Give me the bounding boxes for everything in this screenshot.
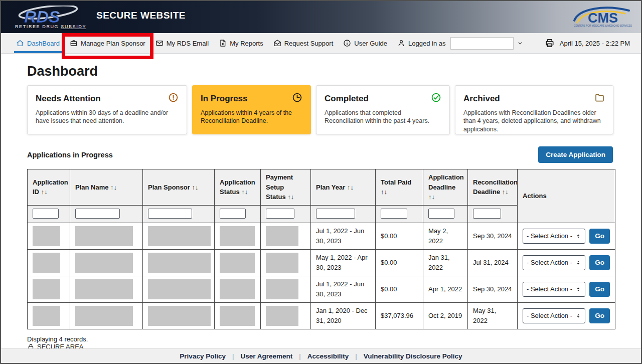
mail-open-icon <box>273 39 281 47</box>
col-header-application-deadline[interactable]: Application Deadline ↑↓ <box>423 169 468 206</box>
sort-icon[interactable]: ↑↓ <box>428 193 435 201</box>
action-select[interactable]: - Select Action - <box>523 255 585 270</box>
filter-input-application-id[interactable] <box>33 209 59 219</box>
filter-input-reconciliation-deadline[interactable] <box>473 209 501 219</box>
footer-link-vulnerability-disclosure-policy[interactable]: Vulnerability Disclosure Policy <box>364 352 462 360</box>
go-button[interactable]: Go <box>589 229 610 244</box>
redacted-cell-plan-name <box>75 279 133 299</box>
rds-logo: RDS Retiree Drug Subsidy <box>15 6 81 29</box>
card-needs-attention[interactable]: Needs AttentionApplications within 30 da… <box>27 85 187 134</box>
footer-link-accessibility[interactable]: Accessibility <box>307 352 349 360</box>
card-in-progress[interactable]: In ProgressApplications within 4 years o… <box>192 85 311 134</box>
rds-tagline: Retiree Drug Subsidy <box>15 24 81 29</box>
col-header-actions: Actions <box>518 169 615 223</box>
go-button[interactable]: Go <box>589 255 610 270</box>
redacted-cell-application-status <box>220 253 255 273</box>
go-button[interactable]: Go <box>589 308 610 323</box>
sort-icon[interactable]: ↑↓ <box>287 193 294 201</box>
filter-input-payment-setup-status[interactable] <box>266 209 294 219</box>
card-description: Applications within 4 years of the Recon… <box>201 109 302 125</box>
col-header-application-id[interactable]: Application ID ↑↓ <box>28 169 70 206</box>
filter-input-plan-year[interactable] <box>316 209 355 219</box>
sort-icon[interactable]: ↑↓ <box>241 188 248 196</box>
printer-icon[interactable] <box>545 38 555 48</box>
col-header-reconciliation-deadline[interactable]: Reconciliation Deadline ↑↓ <box>468 169 518 206</box>
footer-separator: | <box>232 352 234 360</box>
card-archived[interactable]: ArchivedApplications with Reconciliation… <box>455 85 613 134</box>
logged-in-user-redacted <box>450 37 514 50</box>
nav-item-label: My RDS Email <box>167 40 209 47</box>
create-application-button[interactable]: Create Application <box>538 146 613 163</box>
sort-icon[interactable]: ↑↓ <box>192 184 198 191</box>
card-title: Archived <box>463 94 500 104</box>
redacted-cell-plan-name <box>75 226 133 246</box>
card-description: Applications that completed Reconciliati… <box>325 109 441 125</box>
svg-text:CMS: CMS <box>588 11 618 26</box>
col-header-total-paid[interactable]: Total Paid ↑↓ <box>376 169 423 206</box>
redacted-cell-application-status <box>220 279 255 299</box>
table-section-title: Applications in Progress <box>27 151 113 159</box>
nav-item-request-support[interactable]: Request Support <box>272 33 335 53</box>
action-select[interactable]: - Select Action - <box>523 229 585 244</box>
home-icon <box>16 39 24 47</box>
redacted-cell-application-id <box>33 306 60 326</box>
card-completed[interactable]: CompletedApplications that completed Rec… <box>316 85 450 134</box>
site-header: RDS Retiree Drug Subsidy SECURE WEBSITE … <box>1 1 641 33</box>
card-title: Completed <box>325 94 369 104</box>
action-select[interactable]: - Select Action - <box>523 282 585 297</box>
redacted-cell-application-status <box>220 306 255 326</box>
nav-item-label: My Reports <box>230 40 263 47</box>
redacted-cell-plan-name <box>75 306 133 326</box>
table-row: May 1, 2022 - Apr 30, 2023$0.00Jan 31, 2… <box>28 249 615 276</box>
footer-link-privacy-policy[interactable]: Privacy Policy <box>180 352 226 360</box>
redacted-cell-application-id <box>33 226 60 246</box>
col-header-plan-name[interactable]: Plan Name ↑↓ <box>70 169 143 206</box>
svg-text:RDS: RDS <box>24 7 60 26</box>
table-row: Jul 1, 2022 - Jun 30, 2023$0.00Apr 1, 20… <box>28 276 615 302</box>
col-header-payment-setup-status[interactable]: Payment Setup Status ↑↓ <box>261 169 311 206</box>
action-select[interactable]: - Select Action - <box>523 308 585 323</box>
sort-icon[interactable]: ↑↓ <box>381 188 387 196</box>
nav-item-manage-plan-sponsor[interactable]: Manage Plan Sponsor <box>69 33 146 53</box>
nav-item-user-guide[interactable]: User Guide <box>342 33 388 53</box>
nav-item-label: Manage Plan Sponsor <box>81 40 145 47</box>
alert-circle-icon <box>168 92 179 103</box>
filter-input-plan-name[interactable] <box>75 209 120 219</box>
nav-item-label: User Guide <box>354 40 387 47</box>
nav-item-my-reports[interactable]: My Reports <box>218 33 264 53</box>
chevron-down-icon <box>517 40 524 47</box>
cell-total-paid: $0.00 <box>376 276 423 302</box>
filter-input-total-paid[interactable] <box>381 209 407 219</box>
cell-plan-year: Jul 1, 2022 - Jun 30, 2023 <box>311 223 376 249</box>
sort-icon[interactable]: ↑↓ <box>347 184 354 191</box>
cell-total-paid: $37,073.96 <box>376 302 423 329</box>
cell-total-paid: $0.00 <box>376 249 423 276</box>
sort-icon[interactable]: ↑↓ <box>41 188 48 196</box>
envelope-icon <box>155 39 164 47</box>
nav-item-label: Request Support <box>284 40 334 47</box>
nav-item-logged-in-as[interactable]: Logged in as <box>396 33 525 53</box>
nav-items: DashBoardManage Plan SponsorMy RDS Email… <box>15 33 525 53</box>
records-count: Displaying 4 records. <box>27 335 613 343</box>
cell-application-deadline: Apr 1, 2022 <box>423 276 468 302</box>
cell-reconciliation-deadline: Sep 30, 2024 <box>468 223 518 249</box>
footer-link-user-agreement[interactable]: User Agreement <box>240 352 292 360</box>
go-button[interactable]: Go <box>589 282 610 297</box>
cms-logo-icon: CMS CENTERS FOR MEDICARE & MEDICAID SERV… <box>571 4 632 28</box>
filter-input-application-deadline[interactable] <box>428 209 454 219</box>
redacted-cell-application-id <box>33 253 60 273</box>
col-header-plan-sponsor[interactable]: Plan Sponsor ↑↓ <box>143 169 215 206</box>
col-header-application-status[interactable]: Application Status ↑↓ <box>215 169 261 206</box>
filter-input-plan-sponsor[interactable] <box>148 209 192 219</box>
nav-item-dashboard[interactable]: DashBoard <box>15 33 61 53</box>
col-header-plan-year[interactable]: Plan Year ↑↓ <box>311 169 376 206</box>
main-content: Dashboard Needs AttentionApplications wi… <box>1 54 641 348</box>
sort-icon[interactable]: ↑↓ <box>110 184 117 191</box>
nav-item-label: Logged in as <box>408 40 445 47</box>
cell-reconciliation-deadline: Jul 31, 2024 <box>468 249 518 276</box>
sort-icon[interactable]: ↑↓ <box>502 188 509 196</box>
nav-item-my-rds-email[interactable]: My RDS Email <box>154 33 210 53</box>
svg-text:CENTERS FOR MEDICARE & MEDICAI: CENTERS FOR MEDICARE & MEDICAID SERVICES <box>574 25 632 27</box>
filter-input-application-status[interactable] <box>220 209 246 219</box>
redacted-cell-application-status <box>220 226 255 246</box>
